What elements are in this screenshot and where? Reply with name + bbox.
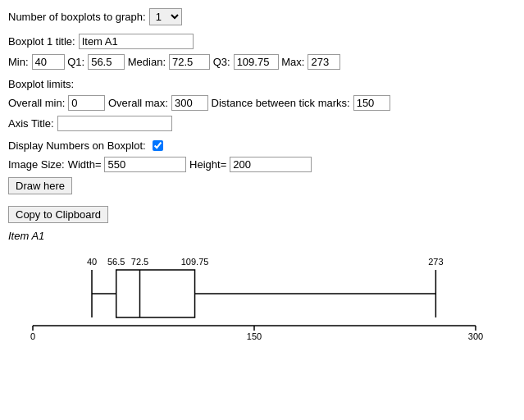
limits-row: Overall min: Overall max: Distance betwe… (8, 95, 516, 111)
axis-title-label: Axis Title: (8, 117, 54, 130)
image-size-label: Image Size: (8, 158, 65, 171)
boxplot-svg: 4056.572.5109.752730150300 (25, 244, 484, 350)
width-input[interactable] (104, 157, 186, 172)
overall-min-input[interactable] (68, 95, 105, 111)
limits-section-label: Boxplot limits: (8, 78, 74, 90)
overall-max-input[interactable] (171, 95, 208, 111)
svg-text:109.75: 109.75 (181, 257, 209, 267)
copy-button-row: Copy to Clipboard (8, 206, 516, 223)
height-input[interactable] (230, 157, 312, 172)
chart-title: Item A1 (8, 230, 516, 242)
draw-button[interactable]: Draw here (8, 177, 72, 194)
median-input[interactable] (169, 54, 210, 70)
svg-rect-7 (116, 270, 195, 317)
distance-input[interactable] (353, 95, 390, 111)
svg-text:40: 40 (87, 257, 97, 267)
svg-text:72.5: 72.5 (131, 257, 148, 267)
q1-input[interactable] (88, 54, 125, 70)
height-label: Height= (189, 158, 226, 171)
overall-max-label: Overall max: (108, 97, 168, 109)
boxplot-chart-container: Item A1 4056.572.5109.752730150300 (8, 230, 516, 350)
display-numbers-checkbox[interactable] (153, 140, 163, 151)
limits-section-label-row: Boxplot limits: (8, 78, 516, 90)
chart-area: 4056.572.5109.752730150300 (25, 244, 484, 350)
num-boxplots-label: Number of boxplots to graph: (8, 11, 146, 23)
svg-text:273: 273 (428, 257, 443, 267)
num-boxplots-row: Number of boxplots to graph: 1 2 3 (8, 8, 516, 25)
boxplot-title-row: Boxplot 1 title: (8, 34, 516, 49)
median-label: Median: (128, 56, 166, 68)
max-label: Max: (281, 56, 304, 68)
boxplot-title-label: Boxplot 1 title: (8, 35, 75, 48)
q3-input[interactable] (234, 54, 279, 70)
display-numbers-label: Display Numbers on Boxplot: (8, 139, 146, 152)
svg-text:150: 150 (247, 331, 262, 341)
svg-text:56.5: 56.5 (107, 257, 125, 267)
num-boxplots-select[interactable]: 1 2 3 (149, 8, 182, 25)
draw-button-row: Draw here (8, 177, 516, 194)
q3-label: Q3: (213, 56, 230, 68)
svg-text:0: 0 (30, 331, 35, 341)
axis-title-row: Axis Title: (8, 116, 516, 131)
stats-row: Min: Q1: Median: Q3: Max: (8, 54, 516, 70)
width-label: Width= (68, 158, 102, 171)
copy-button[interactable]: Copy to Clipboard (8, 206, 108, 223)
boxplot-title-input[interactable] (79, 34, 194, 49)
max-input[interactable] (308, 54, 340, 70)
distance-label: Distance between tick marks: (212, 97, 350, 109)
svg-text:300: 300 (468, 331, 483, 341)
min-label: Min: (8, 56, 29, 68)
display-numbers-row: Display Numbers on Boxplot: (8, 139, 516, 152)
min-input[interactable] (32, 54, 65, 70)
q1-label: Q1: (67, 56, 84, 68)
axis-title-input[interactable] (57, 116, 172, 131)
image-size-row: Image Size: Width= Height= (8, 157, 516, 172)
overall-min-label: Overall min: (8, 97, 65, 109)
